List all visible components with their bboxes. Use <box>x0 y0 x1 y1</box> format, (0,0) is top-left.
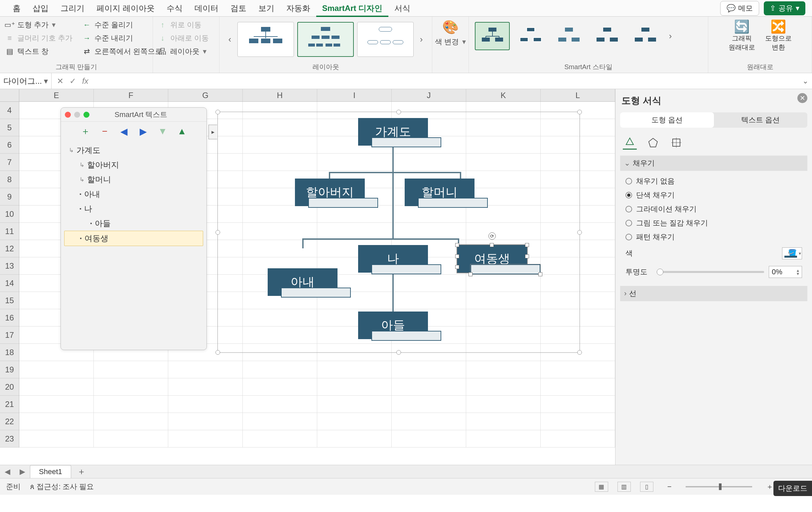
style-thumb-3[interactable] <box>551 22 586 50</box>
formula-input[interactable] <box>94 73 799 89</box>
sheet-nav-prev[interactable]: ◀ <box>0 468 15 476</box>
accessibility-status[interactable]: ጰ 접근성: 조사 필요 <box>30 482 94 492</box>
view-pagelayout-button[interactable]: ▥ <box>617 482 631 492</box>
row-header[interactable]: 13 <box>0 257 19 275</box>
opacity-input[interactable]: 0%▴▾ <box>769 266 802 278</box>
row-header[interactable]: 23 <box>0 430 19 448</box>
formula-expand-button[interactable]: ⌄ <box>799 77 812 85</box>
row-header[interactable]: 20 <box>0 378 19 396</box>
tab-smartart-design[interactable]: SmartArt 디자인 <box>316 1 388 17</box>
row-header[interactable]: 10 <box>0 206 19 223</box>
layout-menu-button[interactable]: 品레이아웃▾ <box>157 46 210 57</box>
tab-formulas[interactable]: 수식 <box>161 1 188 16</box>
reset-graphic-button[interactable]: 🔄 그래픽 원래대로 <box>728 19 755 52</box>
panel-close-button[interactable]: ✕ <box>798 93 807 103</box>
row-header[interactable]: 21 <box>0 396 19 413</box>
shape-options-tab[interactable]: 도형 옵션 <box>620 112 714 128</box>
promote-button[interactable]: ←수준 올리기 <box>81 19 164 31</box>
row-header[interactable]: 6 <box>0 136 19 154</box>
color-change-button[interactable]: 색 변경 ▾ <box>434 36 467 48</box>
tp-remove-icon[interactable]: − <box>100 126 110 136</box>
node-son[interactable]: 아들 <box>358 311 428 339</box>
style-thumb-1[interactable] <box>475 22 510 50</box>
tab-format[interactable]: 서식 <box>388 1 416 16</box>
style-thumb-4[interactable] <box>589 22 625 50</box>
layout-thumb-2-selected[interactable] <box>297 22 354 57</box>
style-gallery-next-button[interactable]: › <box>666 23 675 50</box>
layout-thumb-1[interactable] <box>237 22 294 57</box>
sheet-nav-next[interactable]: ▶ <box>15 468 30 476</box>
tp-add-icon[interactable]: ＋ <box>81 126 90 136</box>
style-thumb-5[interactable] <box>628 22 663 50</box>
tab-view[interactable]: 보기 <box>252 1 280 16</box>
row-header[interactable]: 19 <box>0 361 19 378</box>
tp-left-icon[interactable]: ◀ <box>119 126 129 136</box>
tab-insert[interactable]: 삽입 <box>27 1 55 16</box>
text-pane-item[interactable]: ▪아들 <box>64 216 203 231</box>
node-me[interactable]: 나 <box>358 245 428 273</box>
confirm-icon[interactable]: ✓ <box>69 77 76 86</box>
gallery-prev-button[interactable]: ‹ <box>226 26 234 53</box>
row-header[interactable]: 8 <box>0 171 19 188</box>
tab-draw[interactable]: 그리기 <box>55 1 90 16</box>
fill-solid-radio[interactable]: 단색 채우기 <box>620 188 807 202</box>
demote-button[interactable]: →수준 내리기 <box>81 33 164 44</box>
tab-home[interactable]: 홈 <box>7 1 27 16</box>
row-header[interactable]: 7 <box>0 154 19 171</box>
row-header[interactable]: 18 <box>0 344 19 361</box>
column-header[interactable]: E <box>19 89 94 101</box>
line-section-header[interactable]: ›선 <box>620 286 807 301</box>
text-pane-item[interactable]: ▪여동생 <box>64 231 203 246</box>
tab-review[interactable]: 검토 <box>225 1 252 16</box>
text-options-tab[interactable]: 텍스트 옵션 <box>714 112 808 128</box>
style-thumb-2[interactable] <box>513 22 548 50</box>
view-normal-button[interactable]: ▦ <box>595 482 608 492</box>
share-button[interactable]: ⇪ 공유 ▾ <box>764 1 805 15</box>
node-sister-selected[interactable]: ⟳ 여동생 <box>457 245 527 273</box>
effects-icon[interactable] <box>646 135 660 150</box>
column-header[interactable]: G <box>168 89 243 101</box>
memo-button[interactable]: 💬 메모 <box>720 1 759 16</box>
add-shape-button[interactable]: ▭⁺도형 추가▾ <box>4 19 74 31</box>
min-dot[interactable] <box>74 112 80 118</box>
smartart-object[interactable]: ▸ 가계도 할아버지 <box>218 112 580 353</box>
spreadsheet-grid[interactable]: EFGHIJKL 4567891011121314151617181920212… <box>0 89 615 465</box>
row-header[interactable]: 12 <box>0 240 19 257</box>
fill-line-icon[interactable] <box>623 135 637 150</box>
size-props-icon[interactable] <box>669 135 683 150</box>
row-header[interactable]: 4 <box>0 102 19 119</box>
fill-pattern-radio[interactable]: 패턴 채우기 <box>620 230 807 244</box>
rotate-handle[interactable]: ⟳ <box>489 232 496 240</box>
column-header[interactable]: H <box>243 89 317 101</box>
column-header[interactable]: J <box>392 89 466 101</box>
row-header[interactable]: 9 <box>0 188 19 206</box>
fill-picture-radio[interactable]: 그림 또는 질감 채우기 <box>620 216 807 230</box>
zoom-out-button[interactable]: − <box>663 482 676 491</box>
node-grandma[interactable]: 할머니 <box>405 179 474 206</box>
column-header[interactable]: F <box>94 89 168 101</box>
rtl-button[interactable]: ⇄오른쪽에서 왼쪽으로 <box>81 46 164 57</box>
max-dot[interactable] <box>84 112 89 118</box>
column-header[interactable]: L <box>541 89 615 101</box>
cancel-icon[interactable]: ✕ <box>57 77 63 86</box>
column-header[interactable]: K <box>466 89 541 101</box>
select-all-corner[interactable] <box>0 89 19 102</box>
zoom-slider[interactable] <box>686 486 752 487</box>
node-grandpa[interactable]: 할아버지 <box>295 179 365 206</box>
name-box[interactable]: 다이어그...▾ <box>0 73 52 89</box>
smartart-text-pane[interactable]: SmartArt 텍스트 ＋ − ◀ ▶ ▼ ▲ ↳가계도↳할아버지↳할머니▪아… <box>60 108 207 350</box>
row-header[interactable]: 16 <box>0 309 19 327</box>
tp-right-icon[interactable]: ▶ <box>138 126 148 136</box>
fill-none-radio[interactable]: 채우기 없음 <box>620 174 807 188</box>
row-header[interactable]: 5 <box>0 119 19 136</box>
row-header[interactable]: 15 <box>0 292 19 309</box>
text-pane-item[interactable]: ↳할아버지 <box>64 158 203 172</box>
view-pagebreak-button[interactable]: ▯ <box>640 482 654 492</box>
tab-data[interactable]: 데이터 <box>188 1 225 16</box>
close-dot[interactable] <box>65 112 71 118</box>
fill-color-button[interactable]: 🪣▾ <box>782 247 802 259</box>
text-pane-item[interactable]: ▪나 <box>64 202 203 216</box>
text-pane-item[interactable]: ↳가계도 <box>64 143 203 158</box>
node-root[interactable]: 가계도 <box>358 118 428 146</box>
tab-pagelayout[interactable]: 페이지 레이아웃 <box>90 1 161 16</box>
